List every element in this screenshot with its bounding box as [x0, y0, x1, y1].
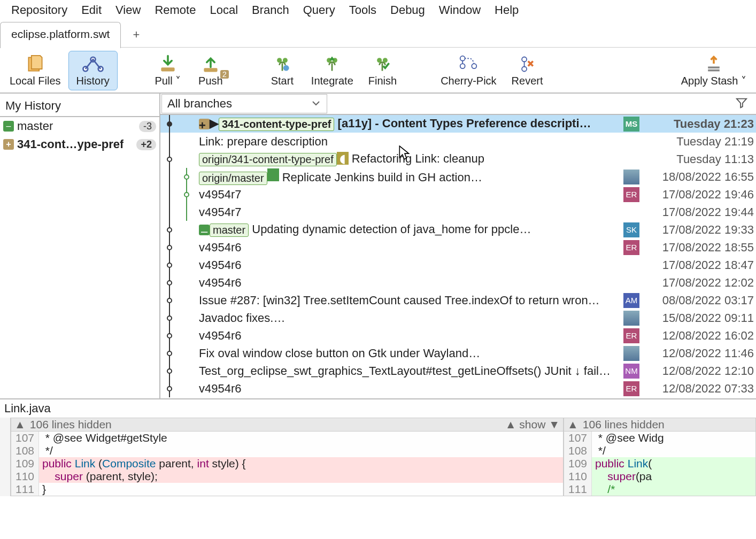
- code-text: */: [592, 444, 755, 457]
- menu-window[interactable]: Window: [432, 1, 488, 19]
- commit-author-avatar: [623, 152, 639, 167]
- diff-body: ▲106 lines hidden▲ show ▼107 * @see Widg…: [0, 418, 756, 496]
- commit-graph: [160, 168, 199, 186]
- commit-time: Tuesday 21:19: [642, 135, 754, 149]
- commit-message: +▶341-content-type-pref [a11y] - Content…: [199, 117, 621, 131]
- svg-point-5: [277, 58, 282, 63]
- commit-graph: [160, 309, 199, 327]
- commit-row[interactable]: v4954r717/08/2022 19:44: [160, 203, 756, 221]
- menu-help[interactable]: Help: [488, 1, 526, 19]
- commit-author-avatar: ER: [623, 381, 639, 396]
- sidebar-branch-item[interactable]: +341-cont…ype-pref+2: [0, 135, 159, 153]
- commit-graph: [160, 274, 199, 291]
- commit-row[interactable]: v4954r7ER17/08/2022 19:46: [160, 186, 756, 203]
- push-count-badge: 2: [220, 70, 229, 79]
- svg-rect-4: [204, 68, 217, 72]
- new-tab-button[interactable]: +: [124, 24, 148, 46]
- commit-row[interactable]: v4954r6ER12/08/2022 16:02: [160, 327, 756, 344]
- menu-branch[interactable]: Branch: [245, 1, 296, 19]
- commit-message: Javadoc fixes.…: [199, 311, 621, 325]
- commit-graph: [160, 327, 199, 344]
- history-button[interactable]: History: [68, 51, 118, 90]
- diff-right-column[interactable]: ▲106 lines hidden107 * @see Widg108 */10…: [564, 418, 756, 496]
- commit-message: Fix oval window close button on Gtk unde…: [199, 346, 621, 360]
- commit-message: Link: prepare description: [199, 135, 621, 149]
- menu-local[interactable]: Local: [203, 1, 245, 19]
- push-button[interactable]: 2 Push: [189, 51, 232, 90]
- commit-row[interactable]: +▶341-content-type-pref [a11y] - Content…: [160, 115, 756, 133]
- commit-author-avatar: [623, 346, 639, 361]
- filter-row: All branches: [160, 94, 756, 115]
- line-number: 107: [564, 432, 592, 444]
- local-files-button[interactable]: Local Files: [2, 51, 68, 90]
- tab-repository[interactable]: eclipse.platform.swt: [0, 22, 121, 48]
- code-text: /*: [592, 483, 755, 496]
- commit-row[interactable]: v4954r617/08/2022 18:47: [160, 256, 756, 274]
- start-button[interactable]: Start: [261, 51, 304, 90]
- main-panel: All branches +▶341-content-type-pref [a1…: [160, 94, 756, 398]
- code-text: }: [39, 483, 563, 496]
- commit-row[interactable]: Fix oval window close button on Gtk unde…: [160, 344, 756, 362]
- commit-author-avatar: SK: [623, 222, 639, 237]
- menu-query[interactable]: Query: [296, 1, 342, 19]
- toolbar: Local Files History Pull ˅ 2 Push Start …: [0, 48, 756, 94]
- filter-icon-button[interactable]: [727, 94, 756, 114]
- commit-row[interactable]: Javadoc fixes.…15/08/2022 09:11: [160, 309, 756, 327]
- menu-edit[interactable]: Edit: [74, 1, 109, 19]
- apply-stash-button[interactable]: Apply Stash ˅: [674, 51, 754, 90]
- push-label: Push: [198, 75, 223, 87]
- commit-author-avatar: ER: [623, 328, 639, 343]
- menu-view[interactable]: View: [109, 1, 148, 19]
- menu-remote[interactable]: Remote: [148, 1, 203, 19]
- commit-message: v4954r6: [199, 382, 621, 396]
- commit-message: –master Updating dynamic detection of ja…: [199, 222, 621, 237]
- svg-point-16: [522, 66, 527, 71]
- commit-row[interactable]: v4954r617/08/2022 12:02: [160, 274, 756, 291]
- commit-author-avatar: [623, 258, 639, 273]
- commit-list[interactable]: +▶341-content-type-pref [a11y] - Content…: [160, 115, 756, 398]
- commit-row[interactable]: Link: prepare descriptionTuesday 21:19: [160, 133, 756, 150]
- commit-graph: [160, 133, 199, 150]
- commit-time: 18/08/2022 16:55: [642, 170, 754, 184]
- code-text: * @see Widg: [592, 432, 755, 444]
- commit-row[interactable]: v4954r6ER12/08/2022 07:33: [160, 380, 756, 397]
- commit-time: 12/08/2022 12:10: [642, 364, 754, 378]
- history-label: History: [76, 75, 110, 87]
- commit-row[interactable]: v4954r6ER17/08/2022 18:55: [160, 238, 756, 256]
- commit-time: 15/08/2022 09:11: [642, 311, 754, 325]
- commit-message: v4954r7: [199, 205, 621, 219]
- diff-hidden-lines-bar[interactable]: ▲106 lines hidden: [564, 418, 755, 432]
- apply-stash-label: Apply Stash ˅: [681, 74, 746, 87]
- finish-button[interactable]: Finish: [361, 51, 404, 90]
- cherry-pick-icon: [458, 55, 479, 74]
- commit-message: origin/341-content-type-pref◖ Refactorin…: [199, 152, 621, 166]
- commit-author-avatar: MS: [623, 117, 639, 132]
- branch-filter-dropdown[interactable]: All branches: [161, 94, 327, 113]
- integrate-button[interactable]: Integrate: [304, 51, 361, 90]
- revert-button[interactable]: Revert: [504, 51, 551, 90]
- menu-debug[interactable]: Debug: [383, 1, 432, 19]
- diff-hidden-lines-bar[interactable]: ▲106 lines hidden▲ show ▼: [11, 418, 563, 432]
- commit-message: v4954r6: [199, 258, 621, 272]
- branch-chip-icon: –: [3, 121, 14, 132]
- menu-repository[interactable]: Repository: [4, 1, 74, 19]
- commit-graph: [160, 150, 199, 168]
- commit-row[interactable]: Test_org_eclipse_swt_graphics_TextLayout…: [160, 362, 756, 380]
- menu-tools[interactable]: Tools: [342, 1, 383, 19]
- pull-button[interactable]: Pull ˅: [146, 51, 189, 90]
- commit-row[interactable]: Issue #287: [win32] Tree.setItemCount ca…: [160, 291, 756, 309]
- commit-row[interactable]: –master Updating dynamic detection of ja…: [160, 221, 756, 238]
- main-body: My History –master-3+341-cont…ype-pref+2…: [0, 94, 756, 398]
- line-number: 107: [11, 432, 39, 444]
- line-number: 110: [564, 470, 592, 483]
- sidebar-branch-item[interactable]: –master-3: [0, 117, 159, 135]
- commit-row[interactable]: origin/master Replicate Jenkins build in…: [160, 168, 756, 186]
- commit-row[interactable]: origin/341-content-type-pref◖ Refactorin…: [160, 150, 756, 168]
- cherry-pick-label: Cherry-Pick: [441, 75, 496, 87]
- cherry-pick-button[interactable]: Cherry-Pick: [433, 51, 504, 90]
- code-text: public Link(: [592, 457, 755, 470]
- code-text: super(pa: [592, 470, 755, 483]
- commit-graph: [160, 203, 199, 221]
- commit-time: 17/08/2022 12:02: [642, 276, 754, 290]
- diff-left-column[interactable]: ▲106 lines hidden▲ show ▼107 * @see Widg…: [11, 418, 564, 496]
